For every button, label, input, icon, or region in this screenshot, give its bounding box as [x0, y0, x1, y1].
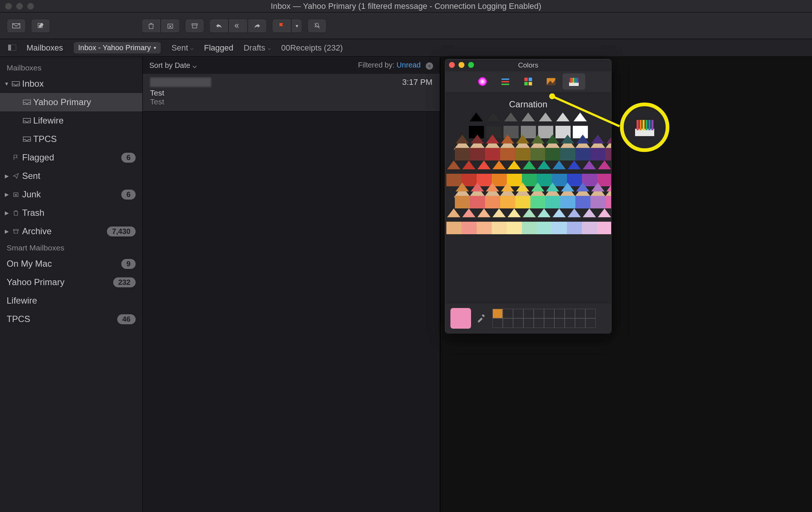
sidebar-flagged[interactable]: Flagged 6	[0, 148, 142, 167]
mute-button[interactable]	[307, 19, 327, 33]
sidebar-inbox[interactable]: ▼ Inbox	[0, 75, 142, 93]
color-sliders-tab[interactable]	[494, 73, 517, 90]
sidebar-account-yahoo[interactable]: Yahoo Primary 232	[0, 273, 142, 291]
pencil-color[interactable]	[469, 183, 484, 208]
pencil-color[interactable]	[604, 135, 611, 160]
colors-close[interactable]	[449, 62, 455, 68]
pencil-color[interactable]	[581, 208, 596, 234]
pencil-color[interactable]	[491, 208, 506, 234]
junk-button[interactable]	[161, 19, 180, 33]
pencil-color[interactable]	[566, 208, 581, 234]
sidebar-inbox-child[interactable]: Yahoo Primary	[0, 93, 142, 111]
sort-control[interactable]: Sort by Date	[149, 61, 197, 70]
colors-zoom[interactable]	[468, 62, 474, 68]
pencil-color[interactable]	[499, 135, 514, 160]
color-well[interactable]	[523, 318, 534, 328]
pencil-color[interactable]	[574, 135, 589, 160]
favbar-flagged[interactable]: Flagged	[204, 43, 233, 53]
sidebar-onmymac[interactable]: On My Mac 9	[0, 255, 142, 273]
sidebar-trash[interactable]: ▶ Trash	[0, 204, 142, 222]
pencil-color[interactable]	[559, 183, 574, 208]
sidebar-account-lifewire[interactable]: Lifewire	[0, 291, 142, 310]
pencils-tab[interactable]	[562, 73, 585, 90]
color-palettes-tab[interactable]	[517, 73, 540, 90]
compose-button[interactable]	[31, 19, 50, 33]
favbar-sent[interactable]: Sent	[171, 43, 194, 53]
flag-button[interactable]	[272, 19, 291, 33]
pencil-color[interactable]	[469, 135, 484, 160]
color-well[interactable]	[575, 318, 585, 328]
color-well[interactable]	[492, 309, 503, 318]
sidebar-account-tpcs[interactable]: TPCS 46	[0, 310, 142, 328]
reply-button[interactable]	[209, 19, 229, 33]
color-well[interactable]	[575, 309, 585, 318]
color-well[interactable]	[513, 318, 523, 328]
pencil-color[interactable]	[460, 208, 475, 234]
color-wheel-tab[interactable]	[471, 73, 494, 90]
pencil-color[interactable]	[506, 208, 521, 234]
color-well[interactable]	[534, 318, 544, 328]
pencil-color[interactable]	[499, 183, 514, 208]
color-well[interactable]	[565, 309, 575, 318]
color-well[interactable]	[534, 309, 544, 318]
pencil-color[interactable]	[445, 208, 460, 234]
traffic-minimize[interactable]	[16, 3, 23, 10]
pencil-color[interactable]	[484, 135, 499, 160]
pencil-color[interactable]	[589, 135, 604, 160]
pencil-color[interactable]	[604, 183, 611, 208]
traffic-zoom[interactable]	[27, 3, 34, 10]
pencil-color[interactable]	[514, 135, 529, 160]
color-well[interactable]	[492, 318, 503, 328]
favbar-mailboxes[interactable]: Mailboxes	[27, 43, 63, 53]
filter-control[interactable]: Filtered by: Unread ≡	[358, 61, 433, 70]
traffic-close[interactable]	[5, 3, 12, 10]
pencil-color[interactable]	[529, 183, 544, 208]
pencil-color[interactable]	[544, 183, 559, 208]
color-well[interactable]	[523, 309, 534, 318]
color-well[interactable]	[585, 318, 596, 328]
pencil-color[interactable]	[475, 208, 491, 234]
pencil-color[interactable]	[544, 135, 559, 160]
sidebar-archive[interactable]: ▶ Archive 7,430	[0, 222, 142, 241]
color-well[interactable]	[585, 309, 596, 318]
sidebar-inbox-child[interactable]: TPCS	[0, 130, 142, 148]
color-well[interactable]	[503, 309, 513, 318]
color-well[interactable]	[513, 309, 523, 318]
flag-menu-button[interactable]: ▾	[291, 19, 302, 33]
color-well[interactable]	[503, 318, 513, 328]
pencil-color[interactable]	[559, 135, 574, 160]
pencil-color[interactable]	[454, 135, 469, 160]
forward-button[interactable]	[248, 19, 267, 33]
sidebar-junk[interactable]: ▶ Junk 6	[0, 185, 142, 204]
color-well[interactable]	[565, 318, 575, 328]
pencil-color[interactable]	[521, 208, 536, 234]
get-mail-button[interactable]	[7, 19, 26, 33]
current-color-swatch[interactable]	[450, 308, 471, 329]
colors-minimize[interactable]	[459, 62, 464, 68]
pencil-color[interactable]	[484, 183, 499, 208]
eyedropper-button[interactable]	[476, 312, 487, 325]
pencil-color[interactable]	[514, 183, 529, 208]
mailbox-selector[interactable]: Inbox - Yahoo Primary▾	[73, 42, 161, 54]
pencil-color[interactable]	[454, 183, 469, 208]
pencil-color[interactable]	[574, 183, 589, 208]
pencil-color[interactable]	[529, 135, 544, 160]
color-well[interactable]	[544, 318, 554, 328]
pencil-color[interactable]	[596, 208, 611, 234]
sidebar-sent[interactable]: ▶ Sent	[0, 167, 142, 185]
color-well[interactable]	[554, 309, 565, 318]
pencil-color[interactable]	[589, 183, 604, 208]
favbar-drafts[interactable]: Drafts	[244, 43, 271, 53]
sidebar-inbox-child[interactable]: Lifewire	[0, 111, 142, 130]
archive-button[interactable]	[185, 19, 204, 33]
color-well[interactable]	[554, 318, 565, 328]
favbar-receipts[interactable]: 00Receipts (232)	[281, 43, 343, 53]
message-row[interactable]: redacted 3:17 PM Test Test	[143, 74, 440, 112]
image-palettes-tab[interactable]	[540, 73, 562, 90]
color-well[interactable]	[544, 309, 554, 318]
delete-button[interactable]	[142, 19, 161, 33]
pencil-color[interactable]	[551, 208, 566, 234]
pencil-color[interactable]	[536, 208, 551, 234]
reply-all-button[interactable]	[229, 19, 248, 33]
sidebar-toggle-icon[interactable]	[8, 43, 16, 53]
